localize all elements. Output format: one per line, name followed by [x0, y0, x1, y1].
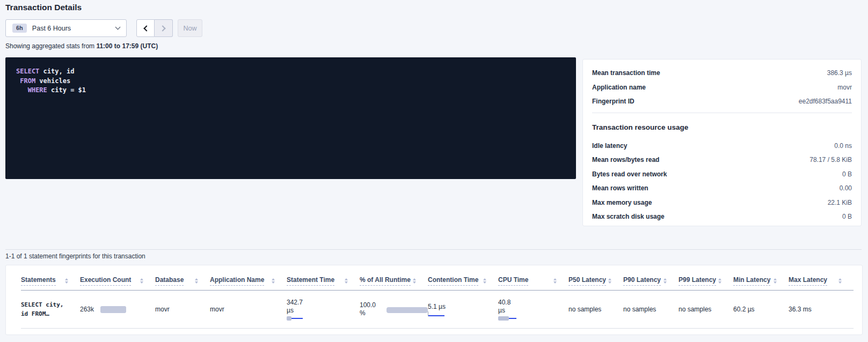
- section-divider: [5, 249, 862, 250]
- column-header-min-latency[interactable]: Min Latency: [733, 277, 789, 286]
- summary-row-value: 0 B: [842, 213, 852, 220]
- p50-latency-cell: no samples: [568, 306, 623, 313]
- column-header-p90-latency[interactable]: P90 Latency: [623, 277, 679, 286]
- sort-icon: [663, 278, 667, 284]
- summary-row-label: Idle latency: [592, 143, 627, 150]
- caption-range: 11:00 to 17:59 (UTC): [96, 42, 158, 50]
- summary-row: Mean rows/bytes read78.17 / 5.8 KiB: [592, 157, 852, 163]
- column-header-label: Min Latency: [733, 277, 770, 286]
- column-header-p50-latency[interactable]: P50 Latency: [568, 277, 623, 286]
- sort-icon: [838, 278, 842, 284]
- summary-divider: [592, 113, 852, 113]
- column-header-contention-time[interactable]: Contention Time: [428, 277, 498, 286]
- pct-runtime-cell: 100.0 %: [360, 301, 428, 317]
- column-header-label: Contention Time: [428, 277, 478, 286]
- page-title: Transaction Details: [5, 3, 82, 12]
- summary-row: Mean rows written0.00: [592, 185, 852, 192]
- column-header-execution-count[interactable]: Execution Count: [80, 277, 155, 286]
- transaction-summary-card: Mean transaction time386.3 µsApplication…: [582, 59, 862, 226]
- summary-row: Bytes read over network0 B: [592, 171, 852, 178]
- column-header-label: Max Latency: [789, 277, 827, 286]
- sort-icon: [483, 278, 486, 284]
- summary-row-value: 0.00: [840, 185, 852, 192]
- sort-icon: [345, 278, 348, 284]
- sort-icon: [718, 278, 721, 284]
- column-header-label: Database: [155, 277, 184, 286]
- summary-row: Idle latency0.0 ns: [592, 143, 852, 150]
- aggregated-stats-caption: Showing aggregated stats from 11:00 to 1…: [5, 42, 158, 50]
- chevron-down-icon: [115, 25, 121, 30]
- sort-icon: [774, 278, 777, 284]
- database-cell: movr: [155, 306, 210, 313]
- execution-count-value: 263k: [80, 306, 94, 313]
- summary-row-label: Mean transaction time: [592, 70, 660, 77]
- sort-icon: [65, 278, 68, 284]
- column-header-statement-time[interactable]: Statement Time: [287, 277, 360, 286]
- cpu-time-value: 40.8 µs: [498, 299, 517, 315]
- chevron-left-icon: [143, 25, 149, 31]
- column-header-max-latency[interactable]: Max Latency: [789, 277, 854, 286]
- sort-icon: [608, 278, 611, 284]
- sort-icon: [413, 278, 416, 284]
- summary-row-label: Max memory usage: [592, 199, 652, 206]
- transaction-sql-panel: SELECT city, id FROM vehicles WHERE city…: [5, 57, 576, 179]
- time-range-dropdown[interactable]: 6h Past 6 Hours: [5, 19, 127, 37]
- column-header-label: P50 Latency: [568, 277, 606, 286]
- max-latency-cell: 36.3 ms: [789, 306, 854, 313]
- resource-usage-title: Transaction resource usage: [592, 123, 852, 131]
- min-latency-cell: 60.2 µs: [733, 306, 789, 313]
- column-header-statements[interactable]: Statements: [21, 277, 80, 286]
- sort-icon: [140, 278, 143, 284]
- sort-icon: [195, 278, 198, 284]
- next-interval-button[interactable]: [155, 19, 173, 37]
- summary-row-value: 0.0 ns: [834, 143, 852, 150]
- statement-time-cell: 342.7 µs: [287, 299, 360, 321]
- summary-row: Application namemovr: [592, 84, 852, 91]
- caption-prefix: Showing aggregated stats from: [5, 42, 96, 50]
- summary-row-value: 0 B: [842, 171, 852, 178]
- column-header-label: CPU Time: [498, 277, 528, 286]
- summary-row: Mean transaction time386.3 µs: [592, 70, 852, 77]
- table-row: SELECT city, id FROM… 263k movr movr 342…: [21, 291, 854, 329]
- execution-count-cell: 263k: [80, 306, 155, 313]
- summary-row-label: Mean rows written: [592, 185, 648, 192]
- p99-latency-cell: no samples: [679, 306, 733, 313]
- statement-time-bar: [287, 316, 305, 321]
- now-button[interactable]: Now: [178, 19, 202, 37]
- pct-runtime-bar: [386, 307, 428, 313]
- pct-runtime-value: 100.0 %: [360, 301, 381, 317]
- statements-table: StatementsExecution CountDatabaseApplica…: [5, 265, 863, 335]
- contention-time-bar: [428, 311, 444, 316]
- column-header-cpu-time[interactable]: CPU Time: [498, 277, 568, 286]
- summary-row-label: Mean rows/bytes read: [592, 157, 659, 163]
- column-header-label: P90 Latency: [623, 277, 661, 286]
- summary-row-value: movr: [837, 84, 852, 91]
- chevron-right-icon: [159, 25, 165, 31]
- column-header-label: Execution Count: [80, 277, 131, 286]
- column-header--of-all-runtime[interactable]: % of All Runtime: [360, 277, 428, 286]
- column-header-p99-latency[interactable]: P99 Latency: [679, 277, 733, 286]
- summary-row-value: 386.3 µs: [827, 70, 852, 77]
- summary-row-value: ee2df683f5aa9411: [799, 98, 852, 105]
- statements-table-header: StatementsExecution CountDatabaseApplica…: [21, 265, 854, 291]
- sql-code: SELECT city, id FROM vehicles WHERE city…: [16, 67, 565, 95]
- sort-icon: [553, 278, 557, 284]
- application-name-cell: movr: [210, 306, 287, 313]
- summary-row: Max memory usage22.1 KiB: [592, 199, 852, 206]
- column-header-label: Statements: [21, 277, 56, 286]
- statement-time-value: 342.7 µs: [287, 299, 311, 315]
- sort-icon: [272, 278, 275, 284]
- summary-row-label: Max scratch disk usage: [592, 213, 665, 220]
- previous-interval-button[interactable]: [136, 19, 155, 37]
- cpu-time-cell: 40.8 µs: [498, 299, 568, 321]
- column-header-database[interactable]: Database: [155, 277, 210, 286]
- time-pager: [136, 19, 173, 37]
- time-toolbar: 6h Past 6 Hours Now: [5, 19, 202, 37]
- time-range-label: Past 6 Hours: [32, 25, 71, 32]
- statement-link[interactable]: SELECT city, id FROM…: [21, 300, 80, 318]
- column-header-application-name[interactable]: Application Name: [210, 277, 287, 286]
- summary-top-rows: Mean transaction time386.3 µsApplication…: [592, 70, 852, 105]
- execution-count-bar: [100, 306, 126, 313]
- summary-row: Max scratch disk usage0 B: [592, 213, 852, 220]
- contention-time-value: 5.1 µs: [428, 303, 498, 310]
